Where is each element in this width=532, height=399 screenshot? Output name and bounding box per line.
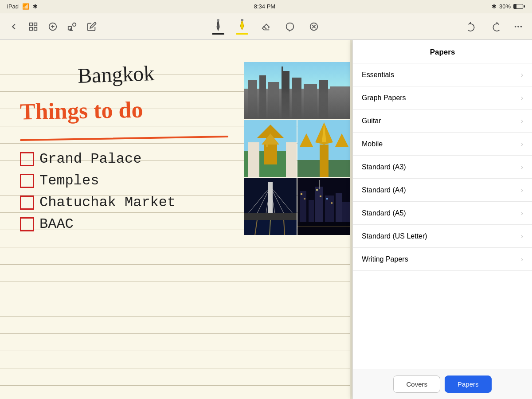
- checkbox-3[interactable]: [20, 196, 34, 210]
- svg-point-7: [73, 23, 76, 26]
- underline-decoration: [20, 136, 228, 141]
- papers-item-essentials[interactable]: Essentials ›: [353, 63, 532, 86]
- standard-a4-label: Standard (A4): [362, 186, 406, 194]
- highlighter-tool[interactable]: [234, 18, 250, 35]
- battery-indicator: [513, 4, 525, 9]
- chevron-icon: ›: [521, 209, 523, 217]
- toolbar: [0, 13, 532, 40]
- checklist-item-3: Chatuchak Market: [20, 194, 176, 211]
- status-right: ✱ 30%: [492, 3, 525, 10]
- checklist-text-1: Grand Palace: [39, 151, 141, 167]
- pen-tool[interactable]: [210, 18, 227, 35]
- chevron-icon: ›: [521, 232, 523, 240]
- notebook-area: Bangkok Things to do Grand Palace Temple…: [0, 40, 350, 399]
- chevron-icon: ›: [521, 117, 523, 125]
- popup-footer: Covers Papers: [353, 369, 532, 399]
- status-bar: iPad 📶 ✱ 8:34 PM ✱ 30%: [0, 0, 532, 13]
- papers-item-a4[interactable]: Standard (A4) ›: [353, 179, 532, 202]
- redo-button[interactable]: [487, 18, 504, 35]
- papers-item-guitar[interactable]: Guitar ›: [353, 110, 532, 133]
- covers-button[interactable]: Covers: [393, 376, 440, 393]
- papers-item-graph[interactable]: Graph Papers ›: [353, 86, 532, 110]
- svg-rect-1: [34, 23, 37, 25]
- checklist-text-2: Temples: [39, 172, 99, 189]
- add-button[interactable]: [44, 18, 61, 35]
- svg-point-15: [515, 26, 516, 27]
- essentials-label: Essentials: [362, 71, 394, 79]
- chevron-icon: ›: [521, 163, 523, 171]
- papers-item-a5[interactable]: Standard (A5) ›: [353, 202, 532, 225]
- signal-icon: ✱: [33, 3, 38, 10]
- clock: 8:34 PM: [254, 3, 275, 10]
- chevron-icon: ›: [521, 186, 523, 194]
- standard-a5-label: Standard (A5): [362, 209, 406, 217]
- wifi-icon: 📶: [22, 3, 29, 10]
- checklist-item-2: Temples: [20, 172, 176, 189]
- svg-point-10: [217, 19, 219, 21]
- chevron-icon: ›: [521, 71, 523, 79]
- notebook-content: Bangkok Things to do Grand Palace Temple…: [0, 40, 350, 399]
- things-to-do-text: Things to do: [20, 97, 143, 125]
- papers-item-a3[interactable]: Standard (A3) ›: [353, 156, 532, 179]
- edit-button[interactable]: [83, 18, 100, 35]
- papers-list[interactable]: Essentials › Graph Papers › Guitar › Mob…: [353, 63, 532, 369]
- checkbox-4[interactable]: [20, 217, 34, 231]
- papers-popup: Papers Essentials › Graph Papers › Guita…: [352, 40, 532, 399]
- popup-header: Papers: [353, 40, 532, 63]
- checklist-item-1: Grand Palace: [20, 151, 176, 167]
- checklist-text-3: Chatuchak Market: [39, 194, 176, 211]
- svg-rect-3: [34, 27, 37, 30]
- svg-rect-11: [241, 19, 243, 21]
- chevron-icon: ›: [521, 140, 523, 148]
- chevron-icon: ›: [521, 94, 523, 102]
- popup-title: Papers: [430, 48, 455, 56]
- checklist: Grand Palace Temples Chatuchak Market BA…: [20, 151, 176, 238]
- svg-point-16: [517, 26, 519, 27]
- pen-underline: [212, 33, 224, 35]
- writing-papers-label: Writing Papers: [362, 255, 408, 263]
- undo-button[interactable]: [464, 18, 481, 35]
- svg-rect-2: [30, 27, 32, 30]
- grid-button[interactable]: [25, 18, 42, 35]
- shapes-button[interactable]: [64, 18, 81, 35]
- battery-percent: 30%: [499, 3, 511, 10]
- svg-rect-0: [30, 23, 32, 25]
- papers-item-writing[interactable]: Writing Papers ›: [353, 248, 532, 271]
- discard-tool[interactable]: [305, 18, 322, 35]
- eraser-tool[interactable]: [258, 18, 274, 35]
- highlighter-underline: [236, 33, 248, 35]
- bangkok-text: Bangkok: [77, 61, 155, 88]
- checkbox-2[interactable]: [20, 174, 34, 188]
- status-left: iPad 📶 ✱: [7, 3, 38, 10]
- papers-button[interactable]: Papers: [445, 376, 492, 393]
- papers-item-mobile[interactable]: Mobile ›: [353, 133, 532, 156]
- standard-a3-label: Standard (A3): [362, 163, 406, 171]
- papers-item-us-letter[interactable]: Standard (US Letter) ›: [353, 225, 532, 248]
- toolbar-center: [210, 18, 322, 35]
- mobile-label: Mobile: [362, 140, 383, 148]
- graph-papers-label: Graph Papers: [362, 94, 406, 102]
- svg-point-17: [520, 26, 522, 27]
- back-button[interactable]: [5, 18, 22, 35]
- checklist-item-4: BAAC: [20, 216, 176, 232]
- ipad-label: iPad: [7, 3, 19, 10]
- guitar-label: Guitar: [362, 117, 381, 125]
- toolbar-right: [464, 18, 527, 35]
- lasso-tool[interactable]: [282, 18, 298, 35]
- bluetooth-icon: ✱: [492, 3, 497, 10]
- us-letter-label: Standard (US Letter): [362, 232, 427, 240]
- checklist-text-4: BAAC: [39, 216, 74, 232]
- more-button[interactable]: [510, 18, 527, 35]
- chevron-icon: ›: [521, 255, 523, 263]
- checkbox-1[interactable]: [20, 152, 34, 166]
